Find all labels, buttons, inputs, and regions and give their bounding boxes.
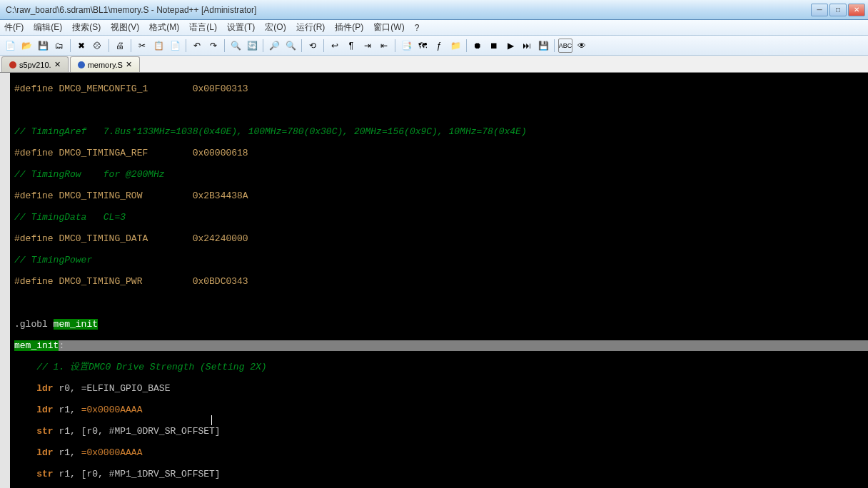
copy-icon[interactable]: 📋 [151, 39, 166, 53]
new-file-icon[interactable]: 📄 [3, 39, 17, 53]
code-text [14, 105, 868, 116]
code-text: str [14, 426, 54, 437]
stop-icon[interactable]: ⏹ [487, 39, 501, 53]
code-text: r1, [r0, #MP1_1DRV_SR_OFFSET] [54, 469, 221, 479]
play-icon[interactable]: ▶ [503, 39, 518, 53]
code-content[interactable]: #define DMC0_MEMCONFIG_1 0x00F00313 // T… [10, 73, 868, 488]
doc-saved-icon [78, 61, 85, 68]
code-text: // TimingData CL=3 [14, 212, 126, 223]
minimize-button[interactable]: ─ [811, 4, 828, 16]
code-text: // TimingRow for @200MHz [14, 169, 165, 180]
code-text: .globl [14, 319, 54, 330]
showchar-icon[interactable]: ¶ [344, 39, 358, 53]
toolbar-separator [554, 39, 555, 52]
menu-macro[interactable]: 宏(O) [263, 20, 287, 35]
code-text: mem_init [54, 319, 98, 330]
redo-icon[interactable]: ↷ [206, 39, 221, 53]
menu-run[interactable]: 运行(R) [295, 20, 327, 35]
toolbar-separator [224, 39, 225, 52]
tab-memory-s[interactable]: memory.S ✕ [70, 56, 140, 72]
wordwrap-icon[interactable]: ↩ [328, 39, 342, 53]
code-text: r1, [54, 447, 81, 458]
folder-icon[interactable]: 📁 [448, 39, 463, 53]
doclist-icon[interactable]: 📑 [399, 39, 413, 53]
code-text: ldr [14, 447, 54, 458]
tab-label: s5pv210. [19, 61, 51, 69]
close-file-icon[interactable]: ✖ [74, 39, 89, 53]
open-file-icon[interactable]: 📂 [19, 39, 34, 53]
close-all-icon[interactable]: ⛒ [91, 39, 105, 53]
line-number-gutter [0, 73, 10, 488]
paste-icon[interactable]: 📄 [168, 39, 182, 53]
indent-icon[interactable]: ⇥ [360, 39, 375, 53]
code-text: ldr [14, 383, 54, 394]
toolbar-separator [186, 39, 186, 52]
title-bar: C:\raw_board\6.sdram\BL1\memory.S - Note… [0, 0, 868, 20]
menu-format[interactable]: 格式(M) [148, 20, 181, 35]
menu-edit[interactable]: 编辑(E) [32, 20, 64, 35]
toolbar-separator [70, 39, 71, 52]
code-text: =0x0000AAAA [81, 447, 143, 458]
code-editor[interactable]: #define DMC0_MEMCONFIG_1 0x00F00313 // T… [0, 73, 868, 488]
spellcheck-icon[interactable]: ABC [558, 39, 572, 53]
funclist-icon[interactable]: ƒ [432, 39, 446, 53]
print-icon[interactable]: 🖨 [113, 39, 127, 53]
code-text: // TimingPower [14, 255, 92, 265]
save-all-icon[interactable]: 🗂 [52, 39, 66, 53]
menu-language[interactable]: 语言(L) [188, 20, 218, 35]
outdent-icon[interactable]: ⇤ [377, 39, 391, 53]
menu-view[interactable]: 视图(V) [109, 20, 141, 35]
menu-plugin[interactable]: 插件(P) [333, 20, 365, 35]
toolbar-separator [395, 39, 395, 52]
text-cursor [211, 415, 212, 425]
menu-file[interactable]: 件(F) [3, 20, 25, 35]
code-text: #define DMC0_TIMING_DATA 0x24240000 [14, 233, 248, 244]
code-text: ldr [14, 405, 54, 415]
menu-bar: 件(F) 编辑(E) 搜索(S) 视图(V) 格式(M) 语言(L) 设置(T)… [0, 20, 868, 36]
tab-s5pv210[interactable]: s5pv210. ✕ [1, 56, 69, 72]
doc-modified-icon [9, 61, 16, 68]
tab-close-icon[interactable]: ✕ [54, 60, 61, 69]
toolbar-separator [466, 39, 467, 52]
undo-icon[interactable]: ↶ [190, 39, 204, 53]
cut-icon[interactable]: ✂ [135, 39, 149, 53]
zoom-out-icon[interactable]: 🔍 [283, 39, 298, 53]
close-button[interactable]: ✕ [848, 4, 865, 16]
tab-label: memory.S [88, 61, 123, 69]
code-text: #define DMC0_TIMINGA_REF 0x00000618 [14, 148, 248, 158]
code-text: // TimingAref 7.8us*133MHz=1038(0x40E), … [14, 126, 527, 137]
save-icon[interactable]: 💾 [36, 39, 50, 53]
find-icon[interactable]: 🔍 [228, 39, 243, 53]
code-text: r1, [54, 405, 81, 415]
sync-icon[interactable]: ⟲ [306, 39, 320, 53]
window-controls: ─ □ ✕ [811, 4, 865, 16]
toolbar-separator [108, 39, 109, 52]
tab-bar: s5pv210. ✕ memory.S ✕ [0, 56, 868, 73]
code-text: // 1. 设置DMC0 Drive Strength (Setting 2X) [14, 362, 267, 372]
zoom-in-icon[interactable]: 🔎 [267, 39, 281, 53]
code-text: : [59, 340, 64, 351]
savemacro-icon[interactable]: 💾 [536, 39, 550, 53]
menu-window[interactable]: 窗口(W) [372, 20, 405, 35]
code-text: #define DMC0_MEMCONFIG_1 0x00F00313 [14, 83, 248, 94]
code-text: #define DMC0_TIMING_PWR 0x0BDC0343 [14, 276, 248, 287]
window-title: C:\raw_board\6.sdram\BL1\memory.S - Note… [3, 5, 811, 15]
code-text: r1, [r0, #MP1_0DRV_SR_OFFSET] [54, 426, 221, 437]
toolbar-separator [301, 39, 302, 52]
toolbar-separator [131, 39, 131, 52]
toolbar-separator [323, 39, 324, 52]
tab-close-icon[interactable]: ✕ [126, 60, 132, 69]
toolbar-separator [263, 39, 263, 52]
toolbar: 📄 📂 💾 🗂 ✖ ⛒ 🖨 ✂ 📋 📄 ↶ ↷ 🔍 🔄 🔎 🔍 ⟲ ↩ ¶ ⇥ … [0, 36, 868, 56]
record-icon[interactable]: ⏺ [470, 39, 485, 53]
playmulti-icon[interactable]: ⏭ [520, 39, 534, 53]
code-text: r0, [54, 383, 81, 394]
code-text: =ELFIN_GPIO_BASE [81, 383, 171, 394]
menu-settings[interactable]: 设置(T) [226, 20, 256, 35]
menu-help[interactable]: ? [413, 21, 421, 34]
monitor-icon[interactable]: 👁 [575, 39, 589, 53]
maximize-button[interactable]: □ [829, 4, 847, 16]
menu-search[interactable]: 搜索(S) [71, 20, 102, 35]
replace-icon[interactable]: 🔄 [245, 39, 259, 53]
docmap-icon[interactable]: 🗺 [415, 39, 430, 53]
